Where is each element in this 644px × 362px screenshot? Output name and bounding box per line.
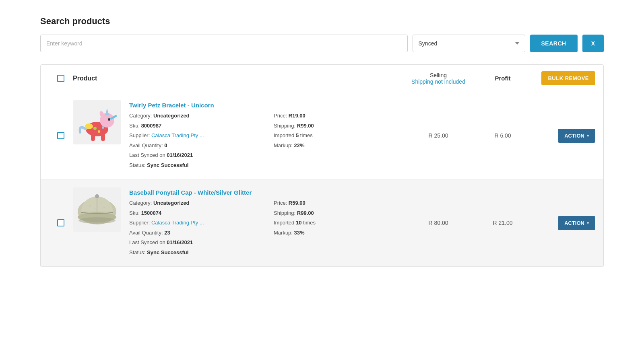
row-1-checkbox[interactable] xyxy=(57,132,64,139)
row-2-avail-qty: Avail Quantity: 23 xyxy=(129,229,258,237)
search-bar: SyncedNot SyncedAll SEARCH X xyxy=(40,35,604,52)
row-1-category: Category: Uncategorized xyxy=(129,112,258,120)
row-1-product-name[interactable]: Twirly Petz Bracelet - Unicorn xyxy=(129,102,402,109)
row-2-markup: Markup: 33% xyxy=(274,229,402,237)
svg-point-19 xyxy=(103,207,105,208)
svg-point-6 xyxy=(85,123,93,129)
svg-point-14 xyxy=(95,194,99,198)
row-1-shipping: Shipping: R99.00 xyxy=(274,122,402,130)
row-2-action-button[interactable]: ACTION ▾ xyxy=(558,216,595,230)
header-product: Product xyxy=(73,75,402,82)
svg-marker-2 xyxy=(105,108,109,115)
svg-point-18 xyxy=(95,208,96,209)
row-1-price: Price: R19.00 xyxy=(274,112,402,120)
svg-point-17 xyxy=(101,202,102,204)
row-2-product-image xyxy=(73,187,121,232)
svg-point-10 xyxy=(98,130,100,133)
row-2-checkbox-cell xyxy=(49,219,73,226)
row-2-product-name[interactable]: Baseball Ponytail Cap - White/Silver Gli… xyxy=(129,189,402,196)
page-title: Search products xyxy=(40,16,604,27)
row-1-product-image xyxy=(73,100,121,144)
row-2-imported: Imported 10 times xyxy=(274,219,402,227)
clear-button[interactable]: X xyxy=(582,35,604,52)
row-1-checkbox-cell xyxy=(49,132,73,139)
shipping-not-included-link[interactable]: Shipping not included xyxy=(411,78,465,85)
table-row: Baseball Ponytail Cap - White/Silver Gli… xyxy=(41,179,603,267)
search-input[interactable] xyxy=(40,35,408,52)
row-1-left-col: Category: Uncategorized Sku: 8000987 Sup… xyxy=(129,112,258,171)
row-2-selling-price: R 80.00 xyxy=(402,220,475,226)
svg-point-9 xyxy=(93,127,97,130)
row-1-supplier: Supplier: Calasca Trading Pty ... xyxy=(129,132,258,140)
row-1-product-info: Twirly Petz Bracelet - Unicorn Category:… xyxy=(73,100,402,171)
row-1-supplier-link[interactable]: Calasca Trading Pty ... xyxy=(151,132,204,138)
svg-point-16 xyxy=(89,205,91,206)
row-1-avail-qty: Avail Quantity: 0 xyxy=(129,142,258,150)
svg-point-15 xyxy=(78,217,116,224)
row-2-status: Status: Sync Successful xyxy=(129,249,258,257)
row-2-category: Category: Uncategorized xyxy=(129,199,258,207)
row-2-product-details: Baseball Ponytail Cap - White/Silver Gli… xyxy=(129,187,402,258)
svg-point-7 xyxy=(108,118,110,121)
row-2-supplier: Supplier: Calasca Trading Pty ... xyxy=(129,219,258,227)
row-1-imported: Imported 5 times xyxy=(274,132,402,140)
row-1-action-chevron: ▾ xyxy=(587,134,589,138)
row-2-last-synced: Last Synced on 01/16/2021 xyxy=(129,239,258,247)
row-2-left-col: Category: Uncategorized Sku: 1500074 Sup… xyxy=(129,199,258,258)
bulk-remove-cell: BULK REMOVE xyxy=(531,71,595,85)
header-selling: Selling Shipping not included xyxy=(402,72,475,85)
row-1-profit: R 6.00 xyxy=(475,132,531,139)
table-row: Twirly Petz Bracelet - Unicorn Category:… xyxy=(41,92,603,179)
row-1-sku: Sku: 8000987 xyxy=(129,122,258,130)
row-2-action-chevron: ▾ xyxy=(587,221,589,225)
row-2-price: Price: R59.00 xyxy=(274,199,402,207)
row-1-action-cell: ACTION ▾ xyxy=(531,129,595,143)
row-2-supplier-link[interactable]: Calasca Trading Pty ... xyxy=(151,220,204,226)
row-2-shipping: Shipping: R99.00 xyxy=(274,209,402,217)
row-2-sku: Sku: 1500074 xyxy=(129,209,258,217)
bulk-remove-button[interactable]: BULK REMOVE xyxy=(541,71,595,85)
svg-point-11 xyxy=(102,126,104,129)
header-selling-label: Selling xyxy=(402,72,475,78)
synced-select[interactable]: SyncedNot SyncedAll xyxy=(413,35,525,52)
select-all-checkbox[interactable] xyxy=(57,75,64,82)
row-1-status: Status: Sync Successful xyxy=(129,161,258,169)
row-1-markup: Markup: 22% xyxy=(274,142,402,150)
row-1-selling-price: R 25.00 xyxy=(402,132,475,139)
table-header: Product Selling Shipping not included Pr… xyxy=(41,65,603,92)
row-1-right-col: Price: R19.00 Shipping: R99.00 Imported … xyxy=(274,112,402,171)
row-1-detail-columns: Category: Uncategorized Sku: 8000987 Sup… xyxy=(129,112,402,171)
header-profit: Profit xyxy=(475,75,531,82)
row-2-right-col: Price: R59.00 Shipping: R99.00 Imported … xyxy=(274,199,402,258)
header-checkbox-cell xyxy=(49,75,73,82)
row-2-checkbox[interactable] xyxy=(57,219,64,226)
row-2-product-info: Baseball Ponytail Cap - White/Silver Gli… xyxy=(73,187,402,258)
products-table: Product Selling Shipping not included Pr… xyxy=(40,64,604,267)
row-1-action-button[interactable]: ACTION ▾ xyxy=(558,129,595,143)
svg-rect-4 xyxy=(91,133,95,141)
row-2-action-cell: ACTION ▾ xyxy=(531,216,595,230)
row-2-detail-columns: Category: Uncategorized Sku: 1500074 Sup… xyxy=(129,199,402,258)
row-1-product-details: Twirly Petz Bracelet - Unicorn Category:… xyxy=(129,100,402,171)
svg-rect-5 xyxy=(101,133,105,141)
row-2-profit: R 21.00 xyxy=(475,220,531,226)
row-1-last-synced: Last Synced on 01/16/2021 xyxy=(129,151,258,159)
search-button[interactable]: SEARCH xyxy=(530,35,578,52)
